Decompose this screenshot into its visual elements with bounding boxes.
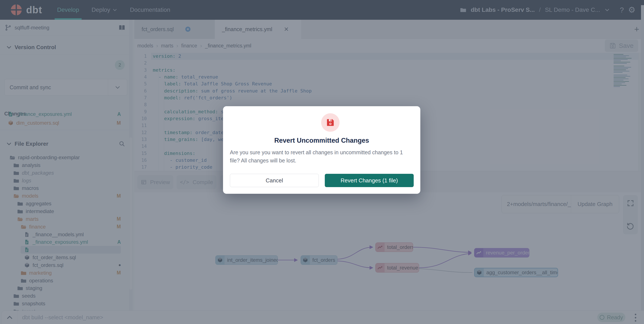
revert-changes-button[interactable]: Revert Changes (1 file) [325, 174, 414, 187]
revert-changes-modal: Revert Uncommitted Changes Are you sure … [223, 106, 420, 194]
cancel-button[interactable]: Cancel [230, 174, 319, 187]
modal-title: Revert Uncommitted Changes [223, 137, 420, 144]
dbt-cloud-ide: dbt DevelopDeployDocumentation dbt Labs … [0, 0, 644, 324]
modal-body-text: Are you sure you want to revert all chan… [230, 148, 410, 165]
save-warning-icon [321, 113, 340, 132]
